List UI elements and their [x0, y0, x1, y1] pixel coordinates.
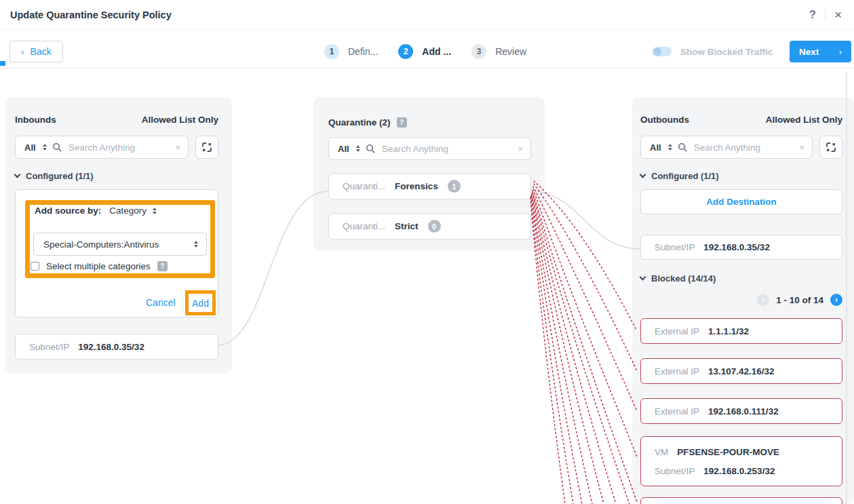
chevron-down-icon	[14, 172, 21, 178]
select-arrows-icon	[194, 241, 198, 248]
inbounds-fit-view-button[interactable]	[195, 136, 218, 159]
select-multiple-checkbox[interactable]	[31, 262, 39, 271]
clear-search-icon[interactable]: ×	[175, 142, 180, 153]
outbounds-blocked-label: Blocked (14/14)	[651, 273, 716, 284]
inbounds-configured-section[interactable]: Configured (1/1)	[15, 171, 218, 181]
item-value: 192.168.0.35/32	[703, 242, 770, 252]
item-type-label: External IP	[655, 326, 699, 336]
next-label: Next	[799, 47, 819, 57]
titlebar-actions: ? ×	[809, 8, 842, 21]
blocked-item-partial[interactable]	[640, 497, 842, 504]
outbounds-configured-section[interactable]: Configured (1/1)	[640, 171, 842, 181]
chevron-down-icon	[640, 172, 646, 178]
outbound-configured-item[interactable]: Subnet/IP 192.168.0.35/32	[640, 235, 842, 260]
outbounds-blocked-section[interactable]: Blocked (14/14)	[640, 273, 842, 284]
quarantine-title: Quarantine (2)	[328, 117, 391, 128]
pagination-range: 1 - 10 of 14	[776, 295, 823, 305]
left-edge-highlight-artifact	[0, 61, 5, 66]
add-source-by-select[interactable]: Category	[109, 206, 157, 216]
inbounds-searchbox[interactable]: All ×	[15, 136, 189, 159]
outbounds-scrollbar[interactable]	[846, 73, 847, 504]
item-type-label: Quaranti...	[343, 181, 385, 191]
outbounds-filter-label[interactable]: All	[650, 142, 661, 153]
add-button[interactable]: Add	[192, 298, 209, 309]
item-type-label: Quaranti...	[343, 221, 385, 231]
inbounds-title: Inbounds	[15, 115, 56, 125]
titlebar-divider	[825, 9, 826, 21]
clear-search-icon[interactable]: ×	[799, 142, 804, 153]
filter-sort-icon	[356, 145, 360, 152]
blocked-pagination: ‹ 1 - 10 of 14 ›	[640, 294, 842, 306]
count-badge: 1	[448, 180, 461, 193]
help-icon[interactable]: ?	[397, 117, 407, 128]
step-define[interactable]: 1 Defin...	[324, 44, 378, 59]
step-review[interactable]: 3 Review	[471, 44, 526, 59]
inbounds-panel: Inbounds Allowed List Only All × Configu…	[5, 97, 232, 373]
item-value: 1.1.1.1/32	[708, 326, 749, 336]
quarantine-item-forensics[interactable]: Quaranti... Forensics 1	[328, 173, 531, 199]
item-value: PFSENSE-POUR-MOVE	[677, 447, 779, 457]
help-icon[interactable]: ?	[809, 9, 816, 21]
close-icon[interactable]: ×	[834, 8, 842, 21]
filter-sort-icon	[43, 144, 47, 151]
step-review-label: Review	[495, 46, 526, 57]
inbounds-search-input[interactable]	[67, 142, 170, 153]
quarantine-header: Quarantine (2) ?	[328, 117, 531, 128]
outbounds-configured-label: Configured (1/1)	[651, 171, 719, 181]
item-type-label: Subnet/IP	[655, 466, 695, 476]
outbounds-header: Outbounds Allowed List Only	[640, 115, 842, 125]
back-chevron-icon: ‹	[21, 47, 24, 57]
item-value: 13.107.42.16/32	[708, 366, 775, 376]
outbounds-fit-view-button[interactable]	[819, 136, 842, 159]
item-value: 192.168.0.253/32	[703, 466, 775, 476]
step-review-number: 3	[471, 44, 486, 59]
add-source-by-label: Add source by:	[35, 206, 101, 216]
toggle-knob	[653, 47, 661, 56]
inbound-configured-item[interactable]: Subnet/IP 192.168.0.35/32	[15, 334, 218, 360]
item-type-label: External IP	[655, 366, 699, 376]
inbounds-mode-label: Allowed List Only	[142, 115, 218, 125]
blocked-item[interactable]: VM PFSENSE-POUR-MOVE Subnet/IP 192.168.0…	[640, 436, 842, 486]
back-button[interactable]: ‹ Back	[9, 41, 63, 62]
search-icon	[678, 142, 687, 152]
inbounds-filter-label[interactable]: All	[24, 142, 36, 153]
search-icon	[366, 144, 375, 153]
next-chevron-icon: ›	[839, 47, 842, 57]
pagination-prev-icon[interactable]: ‹	[757, 294, 769, 306]
add-destination-button[interactable]: Add Destination	[640, 189, 842, 214]
step-define-number: 1	[324, 44, 339, 59]
next-button[interactable]: Next ›	[790, 41, 851, 62]
step-define-label: Defin...	[348, 46, 378, 57]
select-multiple-label: Select multiple categories	[46, 261, 151, 271]
item-name: Strict	[395, 221, 419, 231]
blocked-item[interactable]: External IP 13.107.42.16/32	[640, 358, 842, 384]
clear-search-icon[interactable]: ×	[518, 144, 523, 154]
outbounds-searchbox[interactable]: All ×	[640, 136, 813, 159]
show-blocked-traffic-group: Show Blocked Traffic	[653, 41, 773, 62]
quarantine-filter-label[interactable]: All	[338, 144, 349, 154]
chevron-down-icon	[640, 274, 646, 281]
quarantine-item-strict[interactable]: Quaranti... Strict 0	[328, 213, 531, 239]
dialog-titlebar: Update Quarantine Security Policy ? ×	[0, 0, 854, 30]
blocked-item[interactable]: External IP 1.1.1.1/32	[640, 318, 842, 344]
outbounds-search-input[interactable]	[693, 142, 794, 153]
quarantine-searchbox[interactable]: All ×	[328, 137, 531, 160]
outbounds-title: Outbounds	[640, 115, 689, 125]
inbounds-search-row: All ×	[15, 136, 218, 159]
quarantine-search-input[interactable]	[381, 143, 513, 155]
show-blocked-traffic-toggle[interactable]	[653, 47, 672, 56]
count-badge: 0	[428, 220, 441, 233]
quarantine-panel: Quarantine (2) ? All × Quaranti... Foren…	[313, 97, 545, 251]
blocked-item[interactable]: External IP 192.168.0.111/32	[640, 398, 842, 424]
search-icon	[52, 142, 62, 152]
connector-inbound-to-quarantine	[218, 191, 328, 345]
outbounds-mode-label: Allowed List Only	[766, 115, 842, 125]
item-type-label: Subnet/IP	[29, 342, 69, 352]
step-add[interactable]: 2 Add ...	[398, 44, 451, 59]
wizard-stepper: 1 Defin... 2 Add ... 3 Review	[324, 41, 526, 62]
pagination-next-icon[interactable]: ›	[830, 294, 842, 306]
inbounds-header: Inbounds Allowed List Only	[15, 115, 218, 125]
category-dropdown[interactable]: Special-Computers:Antivirus	[33, 233, 207, 256]
cancel-button[interactable]: Cancel	[146, 297, 176, 308]
help-icon[interactable]: ?	[157, 261, 168, 271]
